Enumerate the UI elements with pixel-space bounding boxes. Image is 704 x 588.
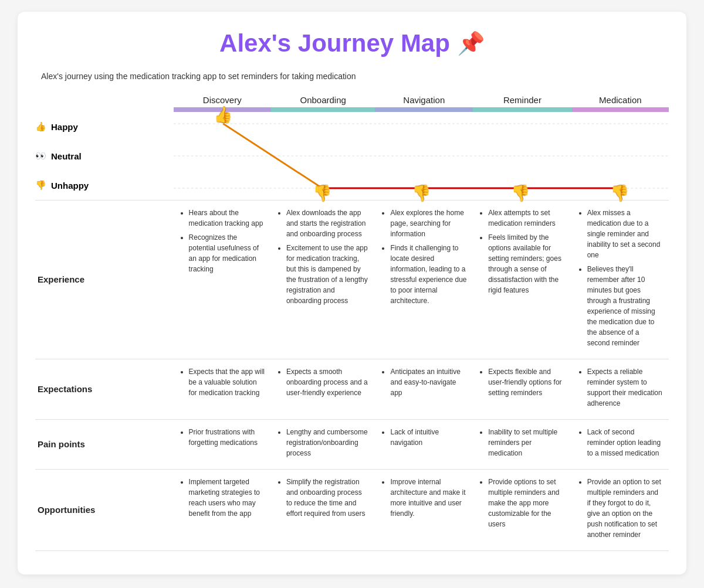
graph-spacer: [110, 112, 174, 200]
pin-icon: 📌: [457, 30, 485, 56]
list-item: Finds it challenging to locate desired i…: [390, 243, 467, 306]
opportunities-navigation: Improve internal architecture and make i…: [375, 470, 473, 551]
expectations-onboarding: Expects a smooth onboarding process and …: [271, 359, 375, 420]
list-item: Lengthy and cumbersome registration/onbo…: [286, 427, 370, 458]
list-item: Recognizes the potential usefulness of a…: [189, 232, 265, 274]
pain-points-reminder: Inability to set multiple reminders per …: [473, 420, 571, 470]
emotion-labels-col: 👍 Happy 👀 Neutral 👎 Unhappy: [35, 112, 110, 200]
title-text: Alex's Journey Map: [219, 29, 450, 57]
opportunities-label: Opportunities: [35, 470, 110, 551]
phase-header-row: Discovery Onboarding Navigation Reminder…: [35, 90, 669, 107]
pain-points-onboarding: Lengthy and cumbersome registration/onbo…: [271, 420, 375, 470]
list-item: Expects a smooth onboarding process and …: [286, 366, 370, 398]
opportunities-discovery: Implement targeted marketing strategies …: [174, 470, 271, 551]
pain-points-label: Pain points: [35, 420, 110, 470]
journey-graph-svg: 👍 👎 👎 👎 👎: [174, 112, 669, 200]
svg-text:👎: 👎: [610, 183, 629, 203]
experience-icon-spacer: [110, 200, 174, 359]
svg-text:👍: 👍: [214, 104, 233, 124]
neutral-label: 👀 Neutral: [35, 151, 110, 161]
svg-text:👎: 👎: [510, 183, 530, 203]
colorbar-row: [35, 107, 669, 112]
opportunities-icon-spacer: [110, 470, 174, 551]
list-item: Alex explores the home page, searching f…: [390, 208, 467, 239]
list-item: Simplify the registration and onboarding…: [286, 477, 370, 519]
svg-line-3: [223, 124, 322, 188]
graph-area: 👍 👎 👎 👎 👎: [174, 112, 669, 200]
colorbar-empty-2: [110, 107, 174, 112]
list-item: Provide an option to set multiple remind…: [587, 477, 663, 540]
svg-text:👎: 👎: [313, 183, 332, 203]
experience-onboarding: Alex downloads the app and starts the re…: [271, 200, 375, 359]
expectations-discovery: Expects that the app will be a valuable …: [174, 359, 271, 420]
opportunities-row: Opportunities Implement targeted marketi…: [35, 470, 669, 551]
pain-points-icon-spacer: [110, 420, 174, 470]
phase-header-reminder: Reminder: [473, 90, 571, 107]
experience-row: Experience Hears about the medication tr…: [35, 200, 669, 359]
colorbar-medication: [572, 107, 669, 112]
list-item: Excitement to use the app for medication…: [286, 243, 370, 306]
list-item: Believes they'll remember after 10 minut…: [587, 264, 663, 348]
subtitle: Alex's journey using the medication trac…: [35, 72, 669, 81]
colorbar-empty-1: [35, 107, 110, 112]
colorbar-navigation: [375, 107, 473, 112]
colorbar-onboarding: [271, 107, 375, 112]
expectations-icon-spacer: [110, 359, 174, 420]
list-item: Alex misses a medication due to a single…: [587, 208, 663, 260]
list-item: Prior frustrations with forgetting medic…: [189, 427, 265, 448]
expectations-navigation: Anticipates an intuitive and easy-to-nav…: [375, 359, 473, 420]
phase-header-navigation: Navigation: [375, 90, 473, 107]
list-item: Anticipates an intuitive and easy-to-nav…: [390, 366, 467, 398]
unhappy-icon: 👎: [35, 180, 46, 191]
list-item: Expects that the app will be a valuable …: [189, 366, 265, 398]
list-item: Alex downloads the app and starts the re…: [286, 208, 370, 239]
list-item: Improve internal architecture and make i…: [390, 477, 467, 519]
list-item: Provide options to set multiple reminder…: [488, 477, 566, 529]
list-item: Alex attempts to set medication reminder…: [488, 208, 566, 229]
phase-header-onboarding: Onboarding: [271, 90, 375, 107]
phase-header-medication: Medication: [572, 90, 669, 107]
list-item: Lack of intuitive navigation: [390, 427, 467, 448]
experience-label: Experience: [35, 200, 110, 359]
pain-points-medication: Lack of second reminder option leading t…: [572, 420, 669, 470]
journey-table: Discovery Onboarding Navigation Reminder…: [35, 90, 669, 551]
page-container: Alex's Journey Map 📌 Alex's journey usin…: [18, 12, 686, 575]
experience-discovery: Hears about the medication tracking app …: [174, 200, 271, 359]
emotion-graph-row: 👍 Happy 👀 Neutral 👎 Unhappy: [35, 112, 669, 200]
experience-reminder: Alex attempts to set medication reminder…: [473, 200, 571, 359]
experience-medication: Alex misses a medication due to a single…: [572, 200, 669, 359]
expectations-label: Expectations: [35, 359, 110, 420]
expectations-reminder: Expects flexible and user-friendly optio…: [473, 359, 571, 420]
phase-header-discovery: Discovery: [174, 90, 271, 107]
happy-icon: 👍: [35, 121, 46, 132]
list-item: Hears about the medication tracking app: [189, 208, 265, 229]
unhappy-label: 👎 Unhappy: [35, 180, 110, 191]
neutral-icon: 👀: [35, 151, 46, 161]
list-item: Lack of second reminder option leading t…: [587, 427, 663, 458]
list-item: Expects flexible and user-friendly optio…: [488, 366, 566, 398]
opportunities-reminder: Provide options to set multiple reminder…: [473, 470, 571, 551]
expectations-row: Expectations Expects that the app will b…: [35, 359, 669, 420]
svg-text:👎: 👎: [411, 183, 431, 203]
opportunities-onboarding: Simplify the registration and onboarding…: [271, 470, 375, 551]
opportunities-medication: Provide an option to set multiple remind…: [572, 470, 669, 551]
experience-navigation: Alex explores the home page, searching f…: [375, 200, 473, 359]
pain-points-discovery: Prior frustrations with forgetting medic…: [174, 420, 271, 470]
page-title: Alex's Journey Map 📌: [35, 29, 669, 57]
list-item: Inability to set multiple reminders per …: [488, 427, 566, 458]
empty-header: [35, 90, 110, 107]
pain-points-navigation: Lack of intuitive navigation: [375, 420, 473, 470]
expectations-medication: Expects a reliable reminder system to su…: [572, 359, 669, 420]
empty-icon-header: [110, 90, 174, 107]
list-item: Implement targeted marketing strategies …: [189, 477, 265, 519]
happy-label: 👍 Happy: [35, 121, 110, 132]
list-item: Expects a reliable reminder system to su…: [587, 366, 663, 409]
pain-points-row: Pain points Prior frustrations with forg…: [35, 420, 669, 470]
list-item: Feels limited by the options available f…: [488, 232, 566, 295]
colorbar-reminder: [473, 107, 571, 112]
